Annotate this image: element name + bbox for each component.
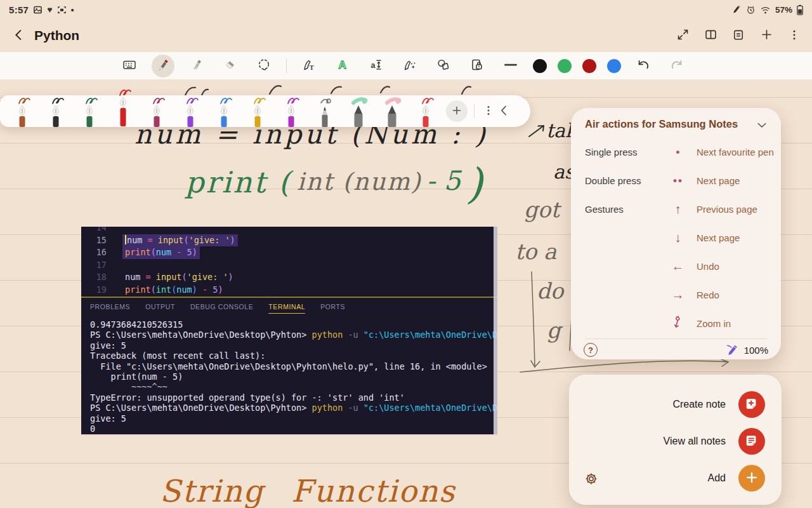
line-number: 14 bbox=[81, 227, 107, 234]
shapes-button[interactable] bbox=[432, 55, 455, 77]
lasso-select-button[interactable] bbox=[252, 55, 275, 77]
green-pen[interactable] bbox=[72, 95, 106, 127]
eraser-tool-button[interactable] bbox=[219, 55, 242, 77]
air-action-row-redo[interactable]: →Redo bbox=[571, 281, 781, 309]
alarm-status-icon bbox=[746, 5, 756, 15]
favourite-pens-strip bbox=[0, 95, 530, 127]
view-all-notes-row[interactable]: View all notes bbox=[664, 427, 765, 455]
add-page-button[interactable] bbox=[759, 28, 774, 43]
view-all-notes-icon bbox=[745, 434, 759, 450]
vscode-bottom-edge bbox=[81, 434, 497, 436]
gallery-notification-icon bbox=[33, 5, 43, 15]
fountain-pen-glyph bbox=[412, 95, 440, 127]
wifi-status-icon bbox=[760, 5, 771, 15]
more-options-button[interactable] bbox=[787, 28, 802, 43]
keyboard-input-button[interactable] bbox=[118, 55, 141, 77]
green-highlighter[interactable] bbox=[341, 95, 375, 127]
create-note-row[interactable]: Create note bbox=[672, 391, 765, 418]
fullscreen-button[interactable] bbox=[675, 28, 690, 43]
highlighter-glyph bbox=[378, 95, 406, 127]
add-pen-button[interactable] bbox=[446, 100, 468, 122]
text-size-button[interactable]: a bbox=[365, 55, 388, 77]
undo-button[interactable] bbox=[632, 55, 655, 77]
air-actions-divider bbox=[585, 338, 767, 339]
help-button[interactable]: ? bbox=[584, 343, 598, 357]
back-button[interactable] bbox=[9, 25, 29, 46]
panel-settings-button[interactable] bbox=[583, 471, 599, 488]
sparkle-pen-icon bbox=[402, 57, 417, 74]
arrow-left-icon: ← bbox=[660, 259, 697, 274]
ink-color-blue[interactable] bbox=[607, 59, 621, 73]
vscode-scrollbar bbox=[494, 227, 497, 436]
black-pen[interactable] bbox=[39, 95, 72, 127]
air-action-row-next-favourite-pen[interactable]: Single press•Next favourite pen bbox=[571, 138, 781, 166]
spen-battery-level: 100% bbox=[744, 345, 768, 356]
pencil[interactable] bbox=[308, 95, 341, 127]
highlighter-tool-button[interactable] bbox=[185, 55, 208, 77]
zoom-gesture-icon bbox=[660, 315, 697, 332]
terminal-line: ~~~~^~~ bbox=[90, 382, 497, 392]
panel-tab-terminal: TERMINAL bbox=[268, 300, 305, 314]
yellow-pen[interactable] bbox=[240, 95, 274, 127]
redo-button[interactable] bbox=[665, 55, 688, 77]
blue-pen[interactable] bbox=[207, 95, 240, 127]
red-pen[interactable] bbox=[106, 95, 140, 127]
terminal-line: give: 5 bbox=[90, 413, 497, 424]
collapse-pen-strip-button[interactable] bbox=[496, 100, 511, 123]
terminal-line: 0 bbox=[90, 424, 497, 434]
air-action-row-undo[interactable]: ←Undo bbox=[571, 252, 781, 281]
air-action-row-next-page[interactable]: Double press••Next page bbox=[571, 166, 781, 195]
air-action-row-next-page[interactable]: ↓Next page bbox=[571, 224, 781, 252]
line-thickness-button[interactable] bbox=[499, 55, 522, 77]
stroke-thickness-icon bbox=[502, 57, 519, 74]
page-view-button[interactable] bbox=[703, 28, 718, 43]
air-action-row-zoom-in[interactable]: Zoom in bbox=[571, 309, 781, 338]
air-action-row-previous-page[interactable]: Gestures↑Previous page bbox=[571, 195, 781, 224]
battery-percent: 57% bbox=[775, 5, 792, 15]
keyboard-icon bbox=[122, 57, 137, 74]
double-press-dots-icon: •• bbox=[660, 175, 697, 187]
collapse-air-actions-button[interactable] bbox=[753, 117, 771, 135]
magenta-pen[interactable] bbox=[274, 95, 308, 127]
code-line-14: 14 bbox=[81, 227, 497, 234]
kebab-menu-icon bbox=[788, 29, 801, 43]
lock-page-button[interactable] bbox=[466, 55, 488, 77]
convert-to-text-button[interactable]: T bbox=[298, 55, 320, 77]
title-bar: Python bbox=[0, 19, 812, 52]
air-action-name: Next page bbox=[697, 175, 740, 186]
create-note-button[interactable] bbox=[738, 391, 765, 418]
spen-battery-icon bbox=[726, 343, 740, 358]
terminal-line: PS C:\Users\mehta\OneDrive\Desktop\Pyhto… bbox=[90, 403, 497, 413]
svg-text:a: a bbox=[371, 61, 376, 70]
maroon-pen[interactable] bbox=[140, 95, 173, 127]
page-list-button[interactable] bbox=[731, 28, 746, 43]
code-editor: 1415num = input('give: ')16print(num - 5… bbox=[81, 227, 497, 297]
create-note-icon bbox=[745, 397, 759, 413]
gear-icon bbox=[584, 471, 599, 488]
pen-icon bbox=[155, 57, 171, 74]
magic-pen-button[interactable] bbox=[398, 55, 421, 77]
beautify-handwriting-button[interactable]: A bbox=[331, 55, 354, 77]
ink-color-black[interactable] bbox=[533, 59, 547, 73]
view-all-notes-button[interactable] bbox=[738, 428, 765, 455]
add-action-button[interactable] bbox=[738, 465, 765, 491]
brown-pen[interactable] bbox=[5, 95, 39, 127]
red-calligraphy-pen[interactable] bbox=[409, 95, 442, 127]
fountain-pen-glyph bbox=[75, 95, 103, 127]
air-actions-popup: Air actions for Samsung Notes Single pre… bbox=[571, 108, 781, 359]
ink-color-red[interactable] bbox=[582, 59, 596, 73]
fountain-pen-glyph bbox=[42, 95, 70, 127]
panel-tab-debug-console: DEBUG CONSOLE bbox=[190, 300, 253, 313]
pink-highlighter[interactable] bbox=[375, 95, 409, 127]
fountain-pen-glyph bbox=[176, 95, 204, 127]
kebab-menu-icon bbox=[483, 105, 494, 118]
pen-strip-more-button[interactable] bbox=[481, 100, 496, 123]
ink-color-green[interactable] bbox=[558, 59, 572, 73]
undo-icon bbox=[636, 57, 651, 74]
purple-pen[interactable] bbox=[173, 95, 207, 127]
pen-tool-button[interactable] bbox=[152, 55, 174, 77]
plus-icon bbox=[745, 471, 758, 486]
toolbar-divider bbox=[286, 59, 287, 73]
expand-icon bbox=[676, 28, 690, 43]
add-action-row[interactable]: Add bbox=[708, 464, 765, 492]
